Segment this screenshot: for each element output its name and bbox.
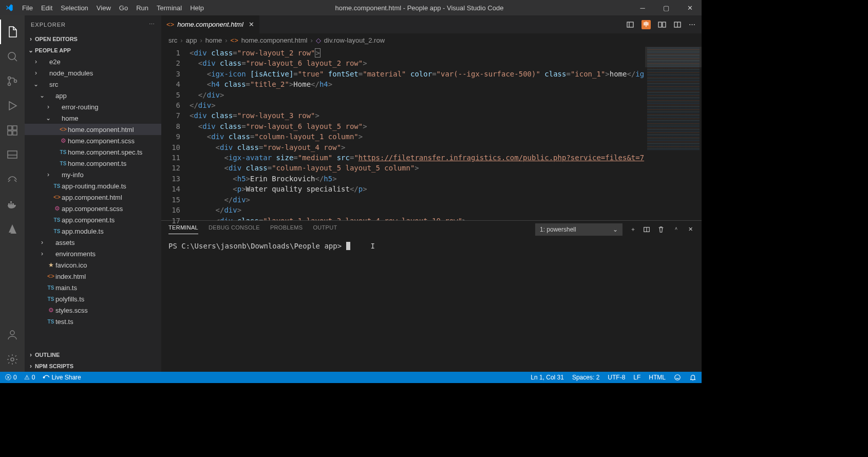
breadcrumb-separator-icon: › (200, 36, 202, 44)
menu-run[interactable]: Run (132, 4, 153, 12)
breadcrumb-item[interactable]: div.row-layout_2.row (324, 36, 385, 44)
panel-tab-output[interactable]: OUTPUT (313, 224, 337, 234)
file-home-component-html[interactable]: <>home.component.html (25, 124, 161, 135)
status-position[interactable]: Ln 1, Col 31 (531, 374, 564, 381)
menu-terminal[interactable]: Terminal (153, 4, 186, 12)
sidebar-header: EXPLORER ⋯ (25, 15, 161, 33)
status-encoding[interactable]: UTF-8 (608, 374, 625, 381)
file-polyfills-ts[interactable]: TSpolyfills.ts (25, 293, 161, 304)
action-badge-icon[interactable]: 申 (641, 20, 651, 29)
split-editor-icon[interactable] (673, 21, 682, 29)
menu-file[interactable]: File (18, 4, 37, 12)
open-editors-section[interactable]: ›OPEN EDITORS (25, 33, 161, 45)
split-terminal-icon[interactable] (643, 226, 651, 233)
new-terminal-icon[interactable]: ＋ (629, 225, 637, 233)
terminal-content[interactable]: PS C:\Users\jasonb\Downloads\People app>… (161, 238, 702, 372)
file-favicon-ico[interactable]: ★favicon.ico (25, 259, 161, 271)
more-actions-icon[interactable]: ⋯ (689, 21, 695, 28)
docker-icon[interactable] (0, 192, 25, 217)
code-content[interactable]: <div class="row-layout_2 row"> <div clas… (190, 47, 645, 220)
minimap[interactable] (645, 47, 702, 220)
status-bell-icon[interactable] (689, 374, 696, 381)
project-section[interactable]: ⌄PEOPLE APP (25, 45, 161, 56)
tree-label: home.component.spec.ts (68, 148, 142, 156)
account-icon[interactable] (0, 322, 25, 347)
breadcrumb-item[interactable]: app (186, 36, 197, 44)
folder-app[interactable]: ⌄app (25, 90, 161, 101)
chevron-down-icon: ⌄ (613, 226, 618, 233)
panel-tab-problems[interactable]: PROBLEMS (270, 224, 303, 234)
status-errors[interactable]: ⓧ 0 (5, 373, 17, 382)
sidebar-title: EXPLORER (31, 22, 66, 28)
folder-my-info[interactable]: ›my-info (25, 169, 161, 180)
file-home-component-scss[interactable]: ⚙home.component.scss (25, 135, 161, 146)
html-file-icon: <> (231, 36, 238, 44)
file-home-component-spec-ts[interactable]: TShome.component.spec.ts (25, 146, 161, 158)
menu-selection[interactable]: Selection (56, 4, 92, 12)
diff-icon[interactable] (658, 21, 666, 29)
explorer-icon[interactable] (0, 20, 25, 44)
settings-gear-icon[interactable] (0, 347, 25, 372)
status-spaces[interactable]: Spaces: 2 (572, 374, 599, 381)
menu-view[interactable]: View (92, 4, 115, 12)
code-area[interactable]: 1234567891011121314151617 <div class="ro… (161, 47, 702, 220)
source-control-icon[interactable] (0, 69, 25, 93)
status-warnings[interactable]: ⚠ 0 (24, 374, 35, 381)
layout-icon[interactable] (0, 143, 25, 167)
panel-tab-debug-console[interactable]: DEBUG CONSOLE (209, 224, 260, 234)
menu-go[interactable]: Go (115, 4, 132, 12)
maximize-button[interactable]: ▢ (654, 0, 678, 15)
close-panel-icon[interactable]: ✕ (686, 226, 694, 233)
action-icon[interactable] (626, 21, 634, 29)
close-button[interactable]: ✕ (678, 0, 702, 15)
svg-rect-10 (10, 203, 12, 205)
file-app-routing-module-ts[interactable]: TSapp-routing.module.ts (25, 180, 161, 192)
file-app-component-ts[interactable]: TSapp.component.ts (25, 214, 161, 225)
sidebar-more-icon[interactable]: ⋯ (149, 21, 155, 28)
svg-point-2 (8, 83, 11, 86)
minimize-button[interactable]: ─ (631, 0, 654, 15)
status-feedback-icon[interactable] (674, 374, 681, 381)
outline-section[interactable]: ›OUTLINE (25, 349, 161, 360)
folder-node_modules[interactable]: ›node_modules (25, 67, 161, 79)
npm-scripts-section[interactable]: ›NPM SCRIPTS (25, 360, 161, 372)
file-home-component-ts[interactable]: TShome.component.ts (25, 158, 161, 169)
file-app-component-html[interactable]: <>app.component.html (25, 192, 161, 203)
terminal-selector[interactable]: 1: powershell ⌄ (535, 223, 622, 236)
status-live-share[interactable]: Live Share (42, 374, 81, 381)
tab-close-icon[interactable]: ✕ (249, 21, 254, 28)
status-eol[interactable]: LF (633, 374, 640, 381)
breadcrumb-separator-icon: › (310, 36, 312, 44)
breadcrumb-separator-icon: › (180, 36, 182, 44)
search-icon[interactable] (0, 44, 25, 69)
folder-src[interactable]: ⌄src (25, 79, 161, 90)
file-styles-scss[interactable]: ⚙styles.scss (25, 304, 161, 316)
breadcrumbs[interactable]: src›app›home›<>home.component.html›◇div.… (161, 33, 702, 47)
breadcrumb-item[interactable]: src (168, 36, 177, 44)
tab-home-component[interactable]: <> home.component.html ✕ (161, 15, 260, 33)
kill-terminal-icon[interactable] (657, 226, 666, 233)
azure-icon[interactable] (0, 217, 25, 241)
file-index-html[interactable]: <>index.html (25, 271, 161, 282)
maximize-panel-icon[interactable]: ＾ (672, 225, 680, 233)
ts-icon: TS (52, 228, 62, 234)
folder-environments[interactable]: ›environments (25, 248, 161, 259)
file-main-ts[interactable]: TSmain.ts (25, 282, 161, 293)
folder-e2e[interactable]: ›e2e (25, 56, 161, 67)
explorer-sidebar: EXPLORER ⋯ ›OPEN EDITORS ⌄PEOPLE APP ›e2… (25, 15, 161, 372)
minimap-slider[interactable] (645, 47, 702, 67)
file-app-module-ts[interactable]: TSapp.module.ts (25, 225, 161, 237)
status-language[interactable]: HTML (649, 374, 666, 381)
share-icon[interactable] (0, 167, 25, 192)
run-debug-icon[interactable] (0, 93, 25, 118)
file-app-component-scss[interactable]: ⚙app.component.scss (25, 203, 161, 214)
folder-error-routing[interactable]: ›error-routing (25, 101, 161, 112)
folder-assets[interactable]: ›assets (25, 237, 161, 248)
menu-help[interactable]: Help (186, 4, 208, 12)
breadcrumb-item[interactable]: home.component.html (241, 36, 308, 44)
folder-home[interactable]: ⌄home (25, 112, 161, 124)
file-test-ts[interactable]: TStest.ts (25, 316, 161, 327)
breadcrumb-item[interactable]: home (205, 36, 222, 44)
extensions-icon[interactable] (0, 118, 25, 143)
menu-edit[interactable]: Edit (37, 4, 56, 12)
